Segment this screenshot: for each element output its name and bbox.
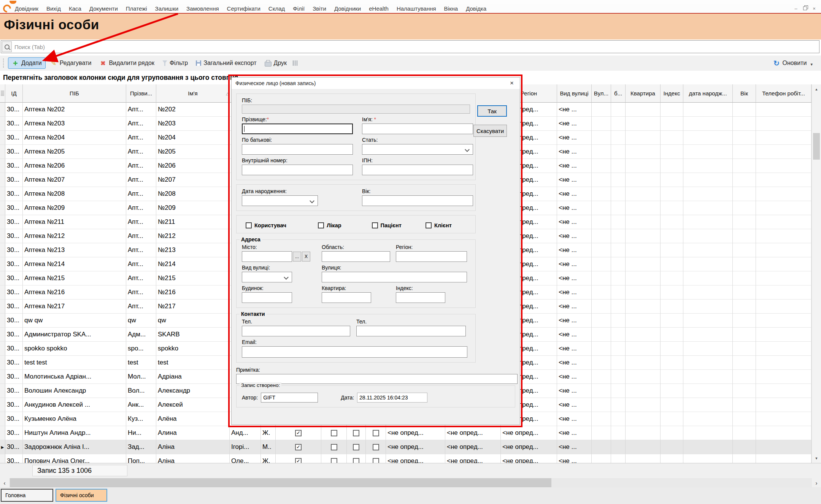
column-header-im[interactable]: Ім'я△ bbox=[156, 84, 230, 103]
grid-cell-idx[interactable] bbox=[661, 257, 683, 271]
menu-item-6[interactable]: Замовлення bbox=[186, 5, 219, 12]
grid-cell-pib[interactable]: Аптека №211 bbox=[23, 215, 126, 229]
grid-cell-kv[interactable] bbox=[626, 398, 661, 412]
grid-cell-tel[interactable] bbox=[756, 342, 811, 356]
grid-cell-mid0[interactable]: <не опред... bbox=[386, 454, 445, 463]
grid-cell-tel[interactable] bbox=[756, 356, 811, 370]
column-header-b[interactable]: б... bbox=[611, 84, 626, 103]
grid-cell-tel[interactable] bbox=[756, 257, 811, 271]
grid-cell-idx[interactable] bbox=[661, 145, 683, 159]
minimize-button[interactable]: – bbox=[791, 5, 800, 12]
date-field[interactable] bbox=[357, 393, 427, 403]
grid-cell-priz[interactable]: Апт... bbox=[126, 215, 156, 229]
grid-cell-pib[interactable]: Молотинська Адріан... bbox=[23, 370, 126, 384]
grid-cell-vul[interactable] bbox=[592, 229, 611, 243]
grid-cell-pib[interactable]: Аптека №206 bbox=[23, 159, 126, 173]
grid-cell-idx[interactable] bbox=[661, 300, 683, 314]
grid-cell-vik[interactable] bbox=[733, 159, 756, 173]
grid-cell-mid1[interactable]: <не опред... bbox=[445, 440, 501, 454]
grid-cell-idx[interactable] bbox=[661, 173, 683, 187]
horizontal-scrollbar-thumb[interactable] bbox=[10, 478, 551, 487]
grid-cell-vyd[interactable]: <не ... bbox=[557, 187, 592, 201]
grid-cell-im[interactable]: Алексей bbox=[156, 398, 230, 412]
grid-cell-idx[interactable] bbox=[661, 229, 683, 243]
grid-cell-ind[interactable] bbox=[0, 426, 5, 440]
grid-cell-tel[interactable] bbox=[756, 412, 811, 426]
person-type-checkbox-2[interactable]: Пацієнт bbox=[372, 222, 426, 228]
checkbox-unchecked-icon[interactable] bbox=[331, 430, 337, 436]
checkbox-checked-icon[interactable]: ✓ bbox=[295, 430, 302, 436]
grid-cell-pib[interactable]: Аптека №212 bbox=[23, 229, 126, 243]
grid-cell-vyd[interactable]: <не ... bbox=[557, 103, 592, 117]
region-field[interactable] bbox=[396, 251, 467, 262]
grid-cell-tel[interactable] bbox=[756, 159, 811, 173]
grid-cell-pib[interactable]: Аптека №216 bbox=[23, 285, 126, 300]
grid-cell-vik[interactable] bbox=[733, 173, 756, 187]
restore-button[interactable] bbox=[800, 5, 810, 12]
grid-cell-cb2[interactable] bbox=[347, 454, 366, 463]
grid-cell-vik[interactable] bbox=[733, 314, 756, 328]
grid-cell-ind[interactable] bbox=[0, 300, 5, 314]
checkbox-unchecked-icon[interactable] bbox=[353, 444, 359, 450]
building-field[interactable] bbox=[242, 292, 292, 303]
author-field[interactable] bbox=[261, 393, 318, 403]
grid-cell-vik[interactable] bbox=[733, 117, 756, 131]
grid-cell-id[interactable]: 30... bbox=[5, 412, 23, 426]
grid-cell-vyd[interactable]: <не ... bbox=[557, 440, 592, 454]
grid-cell-id[interactable]: 30... bbox=[5, 342, 23, 356]
grid-cell-im[interactable]: №208 bbox=[156, 187, 230, 201]
grid-cell-priz[interactable]: Апт... bbox=[126, 103, 156, 117]
grid-cell-priz[interactable]: Мол... bbox=[126, 370, 156, 384]
grid-cell-pib[interactable]: Администратор SKA... bbox=[23, 328, 126, 342]
grid-cell-vyd[interactable]: <не ... bbox=[557, 201, 592, 215]
grid-cell-priz[interactable]: Апт... bbox=[126, 173, 156, 187]
grid-cell-kv[interactable] bbox=[626, 243, 661, 257]
grid-cell-pib[interactable]: Аптека №207 bbox=[23, 173, 126, 187]
grid-cell-idx[interactable] bbox=[661, 426, 683, 440]
table-row[interactable]: 30...Ништун Алина Андр...Ни...АлинаАнд..… bbox=[0, 426, 811, 440]
grid-cell-vyd[interactable]: <не ... bbox=[557, 370, 592, 384]
grid-cell-vul[interactable] bbox=[592, 117, 611, 131]
grid-cell-tel[interactable] bbox=[756, 131, 811, 145]
ipn-field[interactable] bbox=[362, 165, 473, 175]
grid-cell-pib[interactable]: Аптека №217 bbox=[23, 300, 126, 314]
grid-cell-idx[interactable] bbox=[661, 314, 683, 328]
table-row[interactable]: ▶30...Задорожнюк Аліна І...Зад...АлінаІг… bbox=[0, 440, 811, 454]
grid-cell-priz[interactable]: qw bbox=[126, 314, 156, 328]
grid-cell-dn[interactable] bbox=[683, 356, 733, 370]
column-header-pib[interactable]: ПІБ bbox=[23, 84, 126, 103]
grid-cell-vul[interactable] bbox=[592, 173, 611, 187]
grid-cell-b[interactable] bbox=[611, 342, 626, 356]
grid-cell-b[interactable] bbox=[611, 117, 626, 131]
grid-cell-vik[interactable] bbox=[733, 229, 756, 243]
grid-cell-id[interactable]: 30... bbox=[5, 201, 23, 215]
grid-cell-priz[interactable]: Апт... bbox=[126, 243, 156, 257]
grid-cell-idx[interactable] bbox=[661, 187, 683, 201]
grid-cell-pib[interactable]: Анкудинов Алексей ... bbox=[23, 398, 126, 412]
grid-cell-vul[interactable] bbox=[592, 201, 611, 215]
menu-item-8[interactable]: Склад bbox=[268, 5, 285, 12]
grid-cell-tel[interactable] bbox=[756, 454, 811, 463]
grid-cell-kv[interactable] bbox=[626, 215, 661, 229]
grid-cell-pib[interactable]: Аптека №213 bbox=[23, 243, 126, 257]
menu-item-4[interactable]: Платежі bbox=[126, 5, 147, 12]
grid-cell-pib[interactable]: Аптека №208 bbox=[23, 187, 126, 201]
grid-cell-dn[interactable] bbox=[683, 103, 733, 117]
grid-cell-ind[interactable] bbox=[0, 314, 5, 328]
grid-cell-vul[interactable] bbox=[592, 103, 611, 117]
ok-button[interactable]: Так bbox=[477, 105, 507, 117]
tel1-field[interactable] bbox=[242, 326, 350, 336]
grid-cell-dn[interactable] bbox=[683, 229, 733, 243]
grid-cell-ind[interactable] bbox=[0, 103, 5, 117]
grid-cell-im[interactable]: №209 bbox=[156, 201, 230, 215]
vertical-scrollbar[interactable]: ▲ ▼ bbox=[811, 84, 821, 463]
grid-cell-priz[interactable]: Апт... bbox=[126, 159, 156, 173]
grid-cell-kv[interactable] bbox=[626, 257, 661, 271]
grid-cell-id[interactable]: 30... bbox=[5, 229, 23, 243]
checkbox-unchecked-icon[interactable] bbox=[373, 444, 379, 450]
grid-cell-b[interactable] bbox=[611, 173, 626, 187]
grid-cell-vul[interactable] bbox=[592, 384, 611, 398]
grid-cell-pib[interactable]: Аптека №215 bbox=[23, 271, 126, 285]
grid-cell-region[interactable]: <не опред... bbox=[501, 426, 557, 440]
grid-cell-priz[interactable]: spo... bbox=[126, 342, 156, 356]
